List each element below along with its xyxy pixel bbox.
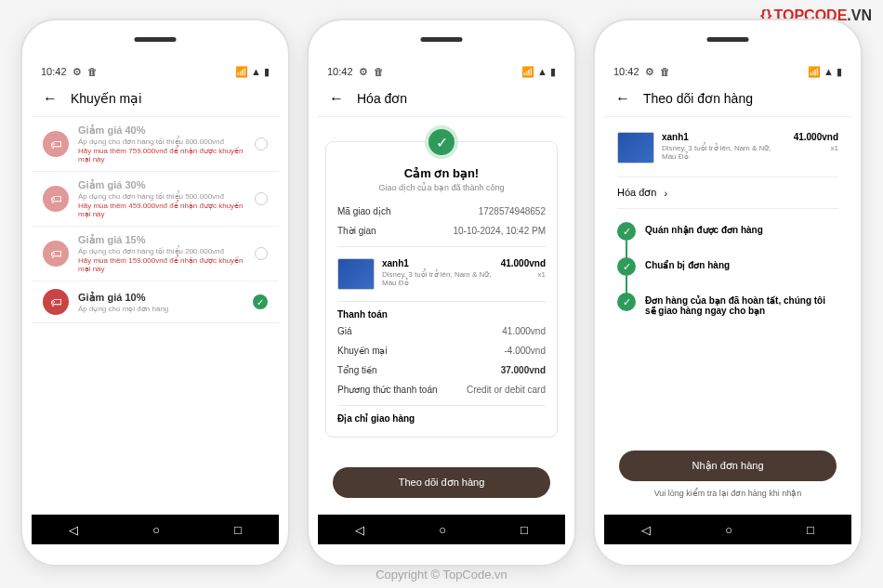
txn-id-value: 1728574948652 — [479, 206, 546, 216]
phone-speaker — [421, 37, 463, 42]
receive-order-button[interactable]: Nhận đơn hàng — [619, 451, 837, 481]
status-time: 10:42 — [327, 66, 353, 77]
tag-icon: 🏷 — [43, 241, 69, 267]
wifi-icon: 📶 — [808, 66, 821, 78]
time-value: 10-10-2024, 10:42 PM — [453, 226, 546, 236]
tag-icon: 🏷 — [43, 131, 69, 157]
price-label: Giá — [337, 326, 352, 336]
nav-recent-icon[interactable]: □ — [807, 523, 814, 537]
phone-tracking: 10:42 ⚙ 🗑 📶 ▲ ▮ ← Theo dõi đơn hàng xanh… — [593, 19, 863, 567]
page-title: Hóa đơn — [357, 91, 407, 106]
promo-item[interactable]: 🏷 Giảm giá 15% Áp dụng cho đơn hàng tối … — [32, 227, 279, 281]
nav-back-icon[interactable]: ◁ — [69, 523, 78, 537]
product-qty: x1 — [501, 270, 546, 279]
radio-unchecked[interactable] — [255, 192, 268, 205]
page-title: Khuyến mại — [71, 91, 141, 106]
chevron-right-icon: › — [664, 188, 667, 199]
step-check-icon: ✓ — [617, 257, 636, 276]
battery-icon: ▮ — [550, 66, 556, 78]
nav-home-icon[interactable]: ○ — [152, 523, 160, 537]
promo-warn: Hãy mua thêm 159.000vnđ để nhận được khu… — [78, 256, 245, 273]
txn-id-label: Mã giao dịch — [337, 206, 390, 216]
phone-speaker — [707, 37, 749, 42]
promo-item[interactable]: 🏷 Giảm giá 30% Áp dụng cho đơn hàng tối … — [32, 172, 279, 227]
invoice-link[interactable]: Hóa đơn › — [617, 176, 838, 209]
step-check-icon: ✓ — [617, 222, 636, 241]
nav-recent-icon[interactable]: □ — [234, 523, 242, 537]
product-row: xanh1 Disney, 3 tuổi trở lên, Nam & Nữ, … — [617, 126, 838, 169]
product-desc: Disney, 3 tuổi trở lên, Nam & Nữ, Màu Đỏ — [382, 270, 494, 287]
page-title: Theo dõi đơn hàng — [643, 91, 753, 106]
order-timeline: ✓ Quán nhận được đơn hàng ✓ Chuẩn bị đơn… — [617, 222, 838, 316]
receive-note: Vui lòng kiểm tra lại đơn hàng khi nhận — [604, 489, 851, 498]
nav-back-icon[interactable]: ◁ — [641, 523, 651, 537]
product-qty: x1 — [794, 144, 838, 152]
signal-icon: ▲ — [251, 66, 261, 77]
nav-recent-icon[interactable]: □ — [521, 523, 528, 537]
back-arrow-icon[interactable]: ← — [615, 90, 630, 107]
product-price: 41.000vnd — [794, 132, 838, 142]
phone-speaker — [135, 37, 177, 42]
success-check-icon: ✓ — [425, 125, 458, 159]
app-header: ← Khuyến mại — [32, 81, 279, 117]
product-image — [617, 132, 654, 163]
nav-home-icon[interactable]: ○ — [725, 523, 732, 537]
promo-value: -4.000vnd — [505, 346, 546, 356]
payment-header: Thanh toán — [337, 309, 546, 320]
status-time: 10:42 — [613, 66, 639, 77]
android-nav-bar: ◁ ○ □ — [318, 515, 565, 544]
product-name: xanh1 — [382, 258, 494, 268]
android-nav-bar: ◁ ○ □ — [604, 515, 851, 544]
promo-item[interactable]: 🏷 Giảm giá 40% Áp dụng cho đơn hàng tối … — [32, 117, 279, 172]
promo-desc: Áp dụng cho mọi đơn hàng — [78, 305, 244, 313]
back-arrow-icon[interactable]: ← — [329, 90, 344, 107]
back-arrow-icon[interactable]: ← — [43, 90, 58, 107]
gear-icon: ⚙ — [359, 66, 368, 78]
promo-desc: Áp dụng cho đơn hàng tối thiểu 500.000vn… — [78, 192, 245, 201]
battery-icon: ▮ — [264, 66, 270, 78]
promo-desc: Áp dụng cho đơn hàng tối thiểu 800.000vn… — [78, 137, 245, 146]
nav-home-icon[interactable]: ○ — [439, 523, 446, 537]
radio-unchecked[interactable] — [255, 137, 268, 150]
check-icon[interactable]: ✓ — [253, 294, 268, 309]
battery-icon: ▮ — [837, 66, 842, 78]
app-header: ← Theo dõi đơn hàng — [604, 81, 851, 117]
timeline-step: ✓ Quán nhận được đơn hàng — [617, 222, 838, 241]
promo-title: Giảm giá 30% — [78, 179, 245, 191]
promo-title: Giảm giá 15% — [78, 234, 245, 246]
watermark-bottom: Copyright © TopCode.vn — [376, 568, 507, 581]
signal-icon: ▲ — [824, 66, 834, 77]
track-order-button[interactable]: Theo dõi đơn hàng — [333, 467, 550, 498]
radio-unchecked[interactable] — [255, 247, 268, 260]
invoice-subtitle: Giao dịch của bạn đã thành công — [337, 183, 546, 192]
promo-title: Giảm giá 10% — [78, 292, 244, 304]
promo-list: 🏷 Giảm giá 40% Áp dụng cho đơn hàng tối … — [32, 117, 279, 505]
step-label: Quán nhận được đơn hàng — [645, 222, 838, 235]
promo-label: Khuyến mại — [337, 346, 388, 356]
trash-icon: 🗑 — [660, 66, 670, 77]
timeline-step: ✓ Chuẩn bị đơn hàng — [617, 257, 838, 276]
method-value: Credit or debit card — [467, 385, 546, 395]
timeline-step: ✓ Đơn hàng của bạn đã hoàn tất, chúng tô… — [617, 293, 838, 316]
total-label: Tổng tiền — [337, 365, 377, 375]
nav-back-icon[interactable]: ◁ — [355, 523, 364, 537]
promo-item[interactable]: 🏷 Giảm giá 10% Áp dụng cho mọi đơn hàng … — [32, 281, 279, 323]
tag-icon: 🏷 — [43, 186, 69, 212]
phone-invoice: 10:42 ⚙ 🗑 📶 ▲ ▮ ← Hóa đơn ✓ Cảm ơn bạn! … — [307, 19, 576, 567]
product-price: 41.000vnd — [501, 258, 546, 268]
trash-icon: 🗑 — [374, 66, 384, 77]
app-header: ← Hóa đơn — [318, 81, 565, 117]
wifi-icon: 📶 — [235, 66, 248, 78]
wifi-icon: 📶 — [521, 66, 534, 78]
promo-desc: Áp dụng cho đơn hàng tối thiểu 200.000vn… — [78, 247, 245, 255]
gear-icon: ⚙ — [645, 66, 654, 78]
step-check-icon: ✓ — [617, 293, 636, 311]
android-nav-bar: ◁ ○ □ — [32, 515, 279, 544]
time-label: Thời gian — [337, 226, 376, 236]
price-value: 41.000vnd — [502, 326, 546, 336]
product-desc: Disney, 3 tuổi trở lên, Nam & Nữ, Màu Đỏ — [662, 144, 786, 161]
invoice-card: ✓ Cảm ơn bạn! Giao dịch của bạn đã thành… — [325, 141, 558, 438]
status-bar: 10:42 ⚙ 🗑 📶 ▲ ▮ — [604, 62, 851, 81]
status-bar: 10:42 ⚙ 🗑 📶 ▲ ▮ — [318, 62, 565, 81]
signal-icon: ▲ — [537, 66, 547, 77]
